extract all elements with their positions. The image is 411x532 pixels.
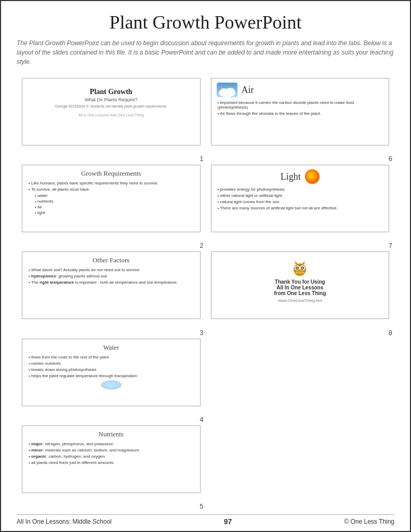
slide2-heading: Growth Requirements bbox=[28, 169, 195, 178]
svg-point-9 bbox=[297, 268, 298, 269]
slide-cell-8: One Less Thing Thank You for Using All I… bbox=[206, 248, 395, 335]
footer-page-number: 97 bbox=[224, 517, 232, 526]
slide7-bullet-3: natural light comes from the sun bbox=[217, 200, 384, 204]
page-intro: The Plant Growth PowerPoint can be used … bbox=[17, 38, 394, 66]
slide8-thankyou: Thank You for Using All In One Lessons f… bbox=[274, 279, 326, 296]
slide7-header: Light bbox=[217, 169, 384, 184]
slide-cell-5: Nutrients major: nitrogen, phosphorus, a… bbox=[17, 422, 206, 509]
footer-left: All In One Lessons: Middle School bbox=[17, 518, 112, 525]
slide2-bullet-2: To survive, all plants must have: bbox=[28, 187, 195, 192]
slide4-bullet-2: carries nutrients bbox=[28, 361, 195, 366]
page: Plant Growth PowerPoint The Plant Growth… bbox=[0, 0, 411, 532]
slide-cell-6: Air important because it carries the car… bbox=[206, 75, 395, 162]
slide6-header: Air bbox=[217, 83, 384, 97]
owl-icon: One Less Thing bbox=[290, 258, 309, 277]
svg-point-10 bbox=[302, 268, 303, 269]
slide1-standard: Georgia NGSS624.9: Students will identif… bbox=[28, 104, 195, 108]
slide4-heading: Water bbox=[28, 343, 195, 352]
slide-box-4: Water flows from the roots to the rest o… bbox=[22, 339, 201, 406]
slide7-bullet-1: provides energy for photosynthesis bbox=[217, 187, 384, 192]
slide-cell-4: Water flows from the roots to the rest o… bbox=[17, 336, 206, 422]
slide5-bullet-3: organic: carbon, hydrogen, and oxygen bbox=[28, 454, 195, 459]
light-icon bbox=[305, 169, 320, 184]
slide4-bullet-4: helps the plant regulate temperature thr… bbox=[28, 374, 195, 378]
slide5-bold-organic: organic bbox=[31, 454, 46, 459]
slide6-bullet-2: Air flows through the stomata in the lea… bbox=[217, 111, 384, 116]
slide5-bold-major: major bbox=[31, 442, 43, 446]
slide7-bullet-2: either natural light or artificial light bbox=[217, 193, 384, 198]
svg-point-3 bbox=[226, 88, 235, 95]
slide1-subtitle: What Do Plants Require? bbox=[28, 97, 195, 102]
slide4-bullet-3: breaks down during photosynthesis bbox=[28, 367, 195, 372]
slide3-bold-temp: right temperature bbox=[39, 280, 74, 285]
slide5-bullet-2: minor: minerals such as calcium, sodium,… bbox=[28, 448, 195, 453]
slide-box-5: Nutrients major: nitrogen, phosphorus, a… bbox=[22, 425, 201, 493]
slide8-content: One Less Thing Thank You for Using All I… bbox=[217, 256, 384, 303]
page-footer: All In One Lessons: Middle School 97 © O… bbox=[17, 514, 394, 526]
slide-cell-3: Other Factors What about soil? Actually … bbox=[17, 248, 206, 335]
slide4-bullet-1: flows from the roots to the rest of the … bbox=[28, 355, 195, 360]
slide8-url: www.OneLessThing.net bbox=[278, 298, 322, 303]
slide2-sub-water: water bbox=[35, 193, 195, 198]
footer-right: © One Less Thing bbox=[344, 518, 394, 525]
slide-box-8: One Less Thing Thank You for Using All I… bbox=[211, 251, 390, 319]
slide-cell-empty bbox=[206, 336, 395, 422]
slide2-bullet-1: Like humans, plants have specific requir… bbox=[28, 181, 195, 185]
slide-number-5: 5 bbox=[200, 502, 203, 510]
slide5-heading: Nutrients bbox=[28, 430, 195, 438]
slide7-bullet-4: There are many sources of artificial lig… bbox=[217, 206, 384, 210]
slide2-sub-light: light bbox=[35, 210, 195, 215]
slide-box-2: Growth Requirements Like humans, plants … bbox=[22, 165, 201, 232]
slide2-sub-nutrients: nutrients bbox=[35, 199, 195, 204]
slide3-bold-hydroponics: hydroponics bbox=[31, 274, 56, 278]
slide1-title: Plant Growth bbox=[28, 88, 195, 96]
slides-grid: Plant Growth What Do Plants Require? Geo… bbox=[17, 75, 394, 509]
slide5-bullet-1: major: nitrogen, phosphorus, and potassi… bbox=[28, 442, 195, 446]
page-title: Plant Growth PowerPoint bbox=[17, 11, 394, 33]
slide3-bullet-3: The right temperature is important - bot… bbox=[28, 280, 195, 285]
water-blob-icon bbox=[101, 380, 122, 390]
slide3-heading: Other Factors bbox=[28, 256, 195, 264]
slide5-bold-minor: minor bbox=[31, 448, 43, 453]
slide-cell-2: Growth Requirements Like humans, plants … bbox=[17, 162, 206, 248]
slide1-footer: All In One Lessons from One Less Thing bbox=[28, 113, 195, 117]
slide3-bullet-1: What about soil? Actually plants do not … bbox=[28, 268, 195, 272]
slide7-title: Light bbox=[281, 171, 301, 182]
slide-cell-7: Light provides energy for photosynthesis… bbox=[206, 162, 395, 248]
air-icon bbox=[217, 83, 237, 97]
slide6-title: Air bbox=[242, 85, 254, 96]
slide-cell-empty-2 bbox=[206, 422, 395, 509]
svg-text:One Less Thing: One Less Thing bbox=[295, 272, 306, 274]
slide5-bullet-4: all plants need them just in different a… bbox=[28, 460, 195, 465]
slide6-bullet-1: important because it carries the carbon … bbox=[217, 100, 384, 110]
slide2-sub-air: air bbox=[35, 205, 195, 209]
air-cloud-svg bbox=[217, 83, 237, 97]
slide-box-6: Air important because it carries the car… bbox=[211, 78, 390, 145]
slide3-bullet-2: hydroponics: growing plants without soil bbox=[28, 274, 195, 278]
slide-box-7: Light provides energy for photosynthesis… bbox=[211, 165, 390, 232]
slide-cell-1: Plant Growth What Do Plants Require? Geo… bbox=[17, 75, 206, 162]
slide-box-3: Other Factors What about soil? Actually … bbox=[22, 251, 201, 319]
slide-box-1: Plant Growth What Do Plants Require? Geo… bbox=[22, 78, 201, 145]
